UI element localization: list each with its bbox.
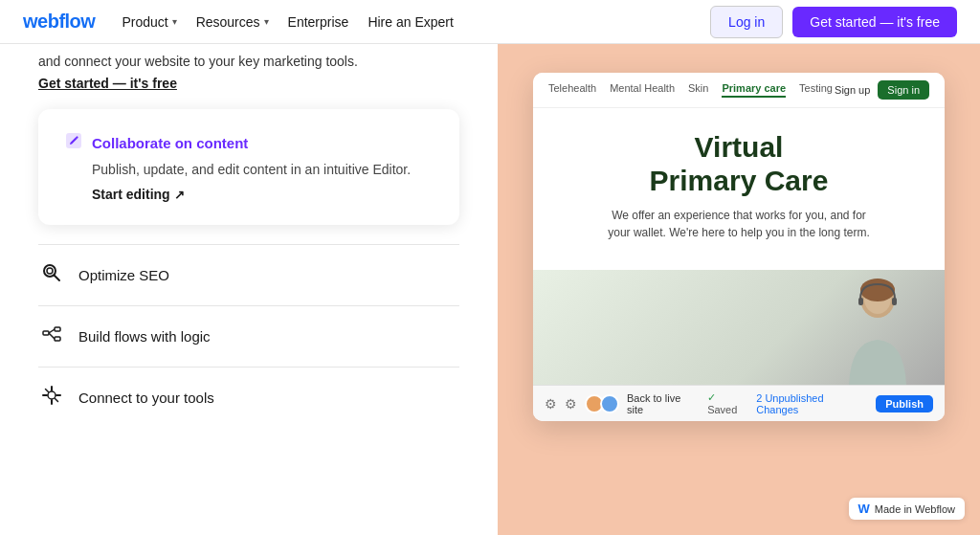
get-started-button[interactable]: Get started — it's free <box>792 7 957 37</box>
svg-line-8 <box>49 333 55 339</box>
seo-label: Optimize SEO <box>78 267 169 283</box>
edit-icon <box>65 132 82 154</box>
svg-rect-19 <box>858 298 863 305</box>
main-nav: webflow Product ▾ Resources ▾ Enterprise… <box>0 0 980 44</box>
settings-icon[interactable]: ⚙ <box>545 396 557 412</box>
nav-actions: Log in Get started — it's free <box>710 6 957 38</box>
mockup-hero-title: Virtual Primary Care <box>552 131 925 197</box>
nav-link-hire[interactable]: Hire an Expert <box>368 14 453 30</box>
logic-icon <box>38 323 65 349</box>
cta-text: and connect your website to your key mar… <box>38 54 459 69</box>
svg-line-2 <box>55 276 60 281</box>
mockup-signin-button[interactable]: Sign in <box>878 80 929 100</box>
mockup-nav: Telehealth Mental Health Skin Primary ca… <box>533 73 945 108</box>
svg-rect-4 <box>43 331 49 335</box>
feature-item-logic[interactable]: Build flows with logic <box>38 305 459 367</box>
mockup-hero-subtitle: We offer an experience that works for yo… <box>605 207 873 241</box>
svg-point-18 <box>860 279 895 301</box>
logic-label: Build flows with logic <box>78 328 211 345</box>
unpublished-changes-button[interactable]: 2 Unpublished Changes <box>756 392 868 415</box>
mockup-hero-image <box>533 270 945 385</box>
nav-link-product[interactable]: Product ▾ <box>122 14 176 30</box>
mockup-hero: Virtual Primary Care We offer an experie… <box>533 108 945 270</box>
feature-card: Collaborate on content Publish, update, … <box>38 109 459 225</box>
saved-status: ✓ Saved <box>707 391 748 415</box>
chevron-down-icon: ▾ <box>172 16 177 27</box>
mockup-toolbar: ⚙ ⚙ Back to live site ✓ Saved 2 Unpublis… <box>533 385 945 421</box>
feature-card-header: Collaborate on content <box>65 132 433 154</box>
nav-links: Product ▾ Resources ▾ Enterprise Hire an… <box>122 14 710 30</box>
publish-button[interactable]: Publish <box>876 395 933 412</box>
login-button[interactable]: Log in <box>710 6 783 38</box>
feature-card-link[interactable]: Start editing ↗ <box>92 187 433 202</box>
right-panel: Telehealth Mental Health Skin Primary ca… <box>498 44 980 535</box>
made-in-webflow-badge: W Made in Webflow <box>849 498 965 520</box>
chevron-down-icon: ▾ <box>264 16 269 27</box>
logo[interactable]: webflow <box>23 11 95 33</box>
svg-point-3 <box>47 268 53 274</box>
tools-icon <box>38 385 65 411</box>
mockup-signup-button[interactable]: Sign up <box>835 84 870 96</box>
mockup-nav-links: Telehealth Mental Health Skin Primary ca… <box>548 82 833 98</box>
cta-link[interactable]: Get started — it's free <box>38 76 177 91</box>
seo-icon <box>38 262 65 288</box>
back-to-site-button[interactable]: Back to live site <box>627 392 700 415</box>
feature-card-title: Collaborate on content <box>92 135 248 151</box>
mockup-nav-actions: Sign up Sign in <box>835 80 929 100</box>
left-panel: and connect your website to your key mar… <box>0 44 498 535</box>
feature-item-tools[interactable]: Connect to your tools <box>38 367 459 428</box>
svg-rect-20 <box>892 298 897 305</box>
tools-label: Connect to your tools <box>78 390 214 406</box>
svg-point-9 <box>48 391 56 399</box>
arrow-icon: ↗ <box>174 188 185 202</box>
svg-rect-6 <box>55 337 60 341</box>
person-silhouette <box>830 275 916 385</box>
feature-card-desc: Publish, update, and edit content in an … <box>92 162 433 177</box>
svg-line-15 <box>56 399 58 402</box>
webflow-logo-small: W <box>858 502 870 516</box>
svg-line-14 <box>46 390 49 392</box>
avatar-2 <box>600 394 619 413</box>
nav-link-resources[interactable]: Resources ▾ <box>196 14 269 30</box>
mockup-nav-skin[interactable]: Skin <box>688 82 708 98</box>
settings2-icon[interactable]: ⚙ <box>565 396 577 412</box>
mockup-nav-telehealth[interactable]: Telehealth <box>548 82 596 98</box>
main-layout: and connect your website to your key mar… <box>0 44 980 535</box>
check-icon: ✓ <box>707 391 716 403</box>
nav-link-enterprise[interactable]: Enterprise <box>288 14 349 30</box>
svg-rect-5 <box>55 327 60 331</box>
mockup-nav-testing[interactable]: Testing <box>799 82 833 98</box>
feature-item-seo[interactable]: Optimize SEO <box>38 244 459 305</box>
mockup-nav-mental[interactable]: Mental Health <box>610 82 675 98</box>
mockup-nav-primary[interactable]: Primary care <box>722 82 786 98</box>
svg-line-7 <box>49 329 55 333</box>
toolbar-avatars <box>585 394 619 413</box>
browser-mockup: Telehealth Mental Health Skin Primary ca… <box>533 73 945 421</box>
